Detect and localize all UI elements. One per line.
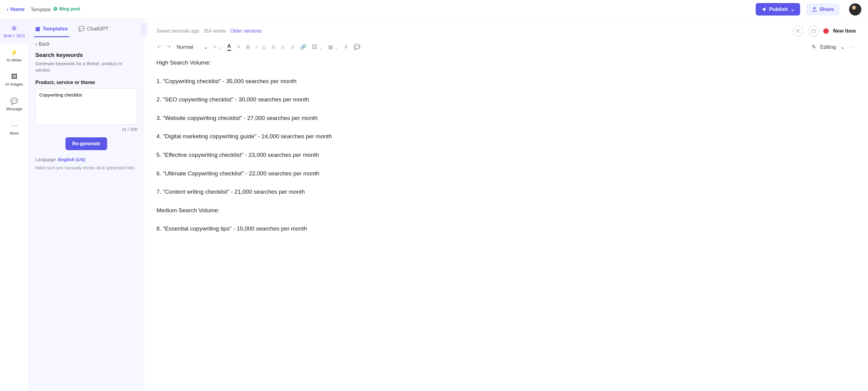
share-label: Share — [819, 6, 834, 12]
sidebar-item-brief-seo[interactable]: ⊕ Brief + SEO — [0, 19, 28, 43]
doc-heading: High Search Volume: — [156, 59, 856, 67]
style-label: Normal — [177, 44, 193, 50]
more-button[interactable]: ⋯ — [850, 44, 856, 50]
panel-title: Search keywords — [35, 52, 137, 58]
doc-heading: Medium Search Volume: — [156, 207, 856, 215]
collapse-panel-button[interactable]: ‹ — [140, 23, 148, 36]
tab-templates[interactable]: ▦ Templates — [34, 23, 69, 37]
grid-icon: ▦ — [35, 26, 40, 32]
align-button[interactable]: ≡ ⌄ — [213, 44, 222, 50]
back-label: Back — [39, 41, 50, 47]
image-button[interactable]: 🖼 ⌄ — [312, 44, 322, 50]
svg-point-1 — [797, 29, 799, 31]
highlight-button[interactable]: ✎ — [237, 44, 241, 50]
share-button[interactable]: Share — [806, 3, 839, 16]
sidebar-item-more[interactable]: ⋯ More — [0, 116, 28, 141]
chat-icon: 💬 — [10, 97, 18, 105]
comment-button[interactable]: 💬⁺ — [354, 44, 363, 50]
disclaimer: Make sure you manually review all AI gen… — [35, 165, 137, 171]
chevron-down-icon: ⌄ — [318, 44, 322, 50]
older-versions-link[interactable]: Older versions — [230, 28, 261, 34]
italic-button[interactable]: I — [255, 44, 257, 50]
undo-button[interactable]: ↶ — [157, 44, 161, 50]
numbered-list-button[interactable]: ≣ — [290, 44, 294, 50]
saved-status: Saved seconds ago — [156, 28, 199, 34]
sidebar-item-ai-images[interactable]: 🖼 AI Images — [0, 68, 28, 92]
document-body[interactable]: High Search Volume: 1. "Copywriting chec… — [156, 59, 856, 384]
theme-input[interactable] — [35, 88, 137, 125]
calendar-icon — [811, 29, 816, 33]
pencil-icon: ✎ — [812, 44, 816, 50]
language-label: Language: — [35, 157, 57, 162]
template-name: Blog post — [59, 6, 80, 11]
redo-button[interactable]: ↷ — [167, 44, 171, 50]
chevron-down-icon: ⌄ — [204, 44, 208, 50]
svg-point-0 — [54, 7, 57, 11]
sidebar-item-label: AI Writer — [6, 58, 22, 62]
publish-button[interactable]: Publish ⌄ — [756, 3, 800, 16]
sidebar-item-label: Message — [6, 107, 22, 111]
tab-label: Templates — [42, 26, 68, 32]
strikethrough-button[interactable]: S — [272, 44, 275, 50]
doc-line: 7. "Content writing checklist" - 21,000 … — [156, 188, 856, 196]
status-dot — [823, 28, 829, 34]
template-prefix: Template: — [31, 7, 52, 12]
svg-rect-2 — [812, 30, 815, 33]
word-count: 314 words — [204, 28, 226, 34]
user-plus-icon — [796, 29, 801, 33]
doc-line: 3. "Website copywriting checklist" - 27,… — [156, 114, 856, 122]
link-button[interactable]: 🔗 — [300, 44, 307, 50]
target-icon: ⊕ — [11, 24, 17, 32]
chevron-left-icon: ‹ — [35, 41, 37, 47]
template-link[interactable]: Blog post — [53, 6, 80, 11]
doc-line: 5. "Effective copywriting checklist" - 2… — [156, 151, 856, 159]
sidebar-item-ai-writer[interactable]: ⚡ AI Writer — [0, 43, 28, 68]
chevron-down-icon: ⌄ — [790, 6, 795, 12]
table-button[interactable]: ▦ ⌄ — [328, 44, 338, 50]
back-button[interactable]: ‹ Back — [35, 41, 137, 47]
tab-chatgpt[interactable]: 💬 ChatGPT — [77, 23, 110, 37]
mode-select[interactable]: ✎ Editing ⌄ — [812, 44, 844, 50]
template-block: Template: Blog post — [31, 6, 80, 12]
language-link[interactable]: English (US) — [58, 157, 85, 162]
chevron-down-icon: ⌄ — [334, 44, 338, 50]
home-link[interactable]: ‹ Home — [7, 6, 25, 12]
doc-line: 1. "Copywriting checklist" - 35,000 sear… — [156, 77, 856, 86]
publish-label: Publish — [769, 6, 788, 12]
text-color-button[interactable]: A — [227, 43, 231, 51]
mode-label: Editing — [820, 44, 836, 50]
chevron-left-icon: ‹ — [7, 6, 8, 12]
chevron-down-icon: ⌄ — [218, 44, 222, 50]
bullet-list-button[interactable]: ≣ — [281, 44, 285, 50]
bolt-icon: ⚡ — [10, 49, 18, 56]
tab-label: ChatGPT — [87, 26, 108, 32]
bold-button[interactable]: B — [246, 44, 250, 50]
add-user-button[interactable] — [793, 26, 804, 36]
home-label: Home — [10, 6, 25, 12]
blog-icon — [53, 6, 58, 11]
language-row: Language: English (US) — [35, 157, 137, 162]
char-count: 21 / 200 — [35, 127, 137, 132]
regenerate-button[interactable]: Re-generate — [65, 137, 107, 150]
new-item-label: New Item — [833, 28, 856, 34]
underline-button[interactable]: U — [262, 44, 266, 50]
panel-description: Generate keywords for a theme, product o… — [35, 60, 137, 73]
doc-line: 6. "Ultimate Copywriting checklist" - 22… — [156, 170, 856, 178]
sidebar-item-message[interactable]: 💬 Message — [0, 92, 28, 116]
field-label: Product, service or theme — [35, 80, 137, 85]
upload-icon — [812, 7, 817, 12]
doc-line: 8. "Essential copywriting tips" - 15,000… — [156, 225, 856, 233]
sidebar-item-label: AI Images — [5, 82, 23, 87]
image-icon: 🖼 — [11, 73, 17, 80]
avatar[interactable] — [849, 3, 861, 16]
style-select[interactable]: Normal ⌄ — [177, 44, 208, 50]
editor-toolbar: ↶ ↷ Normal ⌄ ≡ ⌄ A ✎ B I U S ≣ ≣ 🔗 🖼 ⌄ ▦… — [156, 43, 856, 51]
sidebar-item-label: Brief + SEO — [4, 33, 25, 38]
chevron-down-icon: ⌄ — [840, 44, 844, 50]
send-icon — [761, 7, 767, 12]
clear-format-button[interactable]: ✗ — [344, 44, 348, 50]
chat-icon: 💬 — [78, 26, 85, 32]
calendar-button[interactable] — [808, 26, 819, 36]
doc-line: 4. "Digital marketing copywriting guide"… — [156, 132, 856, 141]
doc-line: 2. "SEO copywriting checklist" - 30,000 … — [156, 96, 856, 104]
